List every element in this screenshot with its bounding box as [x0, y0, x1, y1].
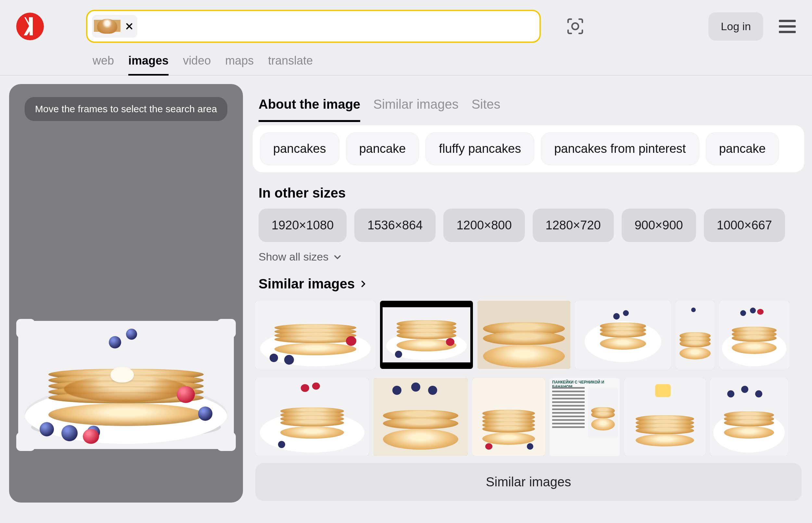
- similar-thumb[interactable]: [624, 378, 706, 456]
- tab-similar-images[interactable]: Similar images: [373, 97, 458, 122]
- similar-thumb[interactable]: [374, 378, 468, 456]
- svg-point-0: [572, 23, 578, 30]
- crop-handle-tl[interactable]: [16, 319, 35, 338]
- search-image-chip: [92, 15, 137, 38]
- service-tabs: web images video maps translate: [92, 54, 812, 76]
- similar-thumb[interactable]: [575, 301, 671, 369]
- other-sizes-heading: In other sizes: [259, 185, 804, 201]
- crop-handle-br[interactable]: [217, 432, 236, 451]
- clear-search-icon[interactable]: [125, 22, 134, 31]
- similar-row-2: ПАНКЕЙКИ С ЧЕРНИКОЙ И БАНАНОМ: [255, 378, 804, 456]
- size-chip[interactable]: 1536×864: [355, 209, 435, 242]
- tab-images[interactable]: images: [128, 54, 169, 76]
- similar-thumb[interactable]: [719, 301, 789, 369]
- tab-maps[interactable]: maps: [225, 54, 254, 76]
- size-chip[interactable]: 900×900: [622, 209, 696, 242]
- size-chip[interactable]: 1920×1080: [259, 209, 347, 242]
- similar-row-1: [255, 301, 804, 369]
- show-all-sizes-label: Show all sizes: [259, 251, 328, 263]
- visual-search-icon[interactable]: [567, 18, 584, 35]
- chevron-right-icon: [359, 279, 368, 288]
- crop-frame[interactable]: [18, 321, 234, 449]
- tab-sites[interactable]: Sites: [472, 97, 501, 122]
- size-chip[interactable]: 1000×667: [704, 209, 785, 242]
- size-chip[interactable]: 1200×800: [443, 209, 524, 242]
- similar-thumb[interactable]: [478, 301, 570, 369]
- yandex-y-icon: [22, 17, 38, 35]
- crop-handle-tr[interactable]: [217, 319, 236, 338]
- result-tabs: About the image Similar images Sites: [259, 97, 804, 122]
- crop-handle-bl[interactable]: [16, 432, 35, 451]
- size-chip[interactable]: 1280×720: [533, 209, 614, 242]
- suggested-tags: pancakes pancake fluffy pancakes pancake…: [253, 125, 804, 172]
- source-image: [18, 321, 234, 449]
- similar-images-button[interactable]: Similar images: [255, 463, 801, 501]
- search-box[interactable]: [86, 10, 541, 43]
- tag-chip[interactable]: pancakes: [260, 132, 340, 165]
- tag-chip[interactable]: pancakes from pinterest: [541, 132, 699, 165]
- tab-about-image[interactable]: About the image: [259, 97, 360, 122]
- tag-chip[interactable]: pancake: [346, 132, 419, 165]
- chevron-down-icon: [333, 252, 342, 262]
- crop-panel: Move the frames to select the search are…: [9, 84, 243, 503]
- tab-video[interactable]: video: [183, 54, 211, 76]
- similar-thumb[interactable]: ПАНКЕЙКИ С ЧЕРНИКОЙ И БАНАНОМ: [550, 378, 620, 456]
- tab-translate[interactable]: translate: [268, 54, 313, 76]
- tab-web[interactable]: web: [92, 54, 114, 76]
- similar-thumb[interactable]: [255, 378, 369, 456]
- similar-thumb[interactable]: [710, 378, 788, 456]
- similar-images-label: Similar images: [259, 276, 355, 292]
- similar-thumb[interactable]: [676, 301, 714, 369]
- similar-images-heading[interactable]: Similar images: [259, 276, 804, 292]
- show-all-sizes[interactable]: Show all sizes: [259, 251, 804, 263]
- size-list: 1920×1080 1536×864 1200×800 1280×720 900…: [259, 209, 804, 242]
- similar-thumb[interactable]: [255, 301, 376, 369]
- yandex-logo[interactable]: [16, 13, 44, 40]
- tag-chip[interactable]: pancake: [706, 132, 779, 165]
- tag-chip[interactable]: fluffy pancakes: [426, 132, 534, 165]
- search-chip-thumbnail: [94, 17, 121, 36]
- similar-thumb[interactable]: [380, 301, 473, 369]
- crop-hint: Move the frames to select the search are…: [25, 97, 227, 121]
- similar-thumb[interactable]: [472, 378, 545, 456]
- login-button[interactable]: Log in: [708, 12, 763, 40]
- hamburger-menu-icon[interactable]: [779, 20, 796, 33]
